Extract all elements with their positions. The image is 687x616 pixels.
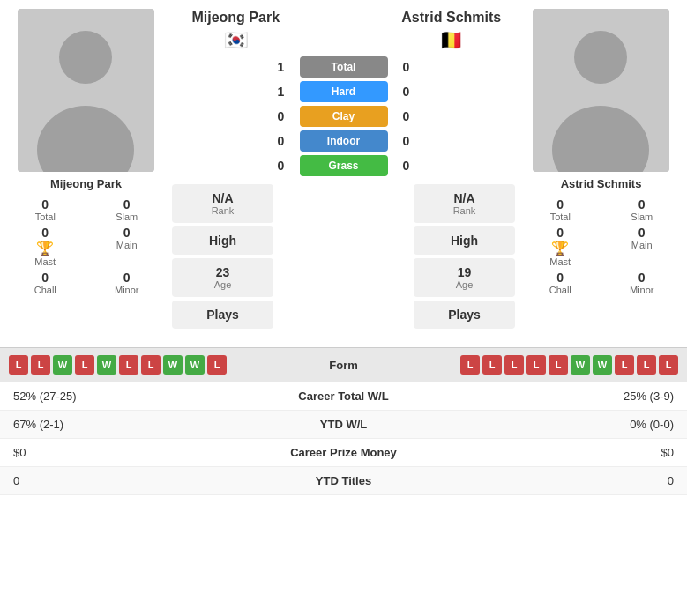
stats-right-value: 0 xyxy=(432,474,675,487)
right-player-stats: 0 Total 0 Slam 0 🏆 Mast 0 Main 0 xyxy=(524,197,678,295)
left-plays-val: Plays xyxy=(183,308,263,322)
left-total-lbl: Total xyxy=(35,212,56,222)
clay-court-btn[interactable]: Clay xyxy=(300,106,388,127)
left-minor-stat: 0 Minor xyxy=(91,271,164,295)
left-mast-lbl: Mast xyxy=(34,256,56,267)
hard-court-btn[interactable]: Hard xyxy=(300,81,388,102)
left-form-badges: LLWLWLLWWL xyxy=(9,355,227,375)
right-high-val: High xyxy=(424,234,504,248)
form-badge: W xyxy=(163,355,183,375)
form-badge: L xyxy=(75,355,94,375)
right-age-lbl: Age xyxy=(424,279,504,290)
left-player-column: Mijeong Park 0 Total 0 Slam 0 🏆 Mast 0 xyxy=(9,9,163,329)
form-badge: L xyxy=(504,355,524,375)
scores-courts-area: 1 Total 0 1 Hard 0 0 Clay 0 0 Indoor xyxy=(163,56,524,180)
left-main-lbl: Main xyxy=(116,240,138,250)
grass-court-btn[interactable]: Grass xyxy=(300,155,388,176)
left-rank-val: N/A xyxy=(183,191,263,205)
grass-court-row: 0 Grass 0 xyxy=(163,155,524,176)
left-player-name: Mijeong Park xyxy=(50,177,122,190)
right-main-val: 0 xyxy=(638,226,646,240)
form-badge: L xyxy=(31,355,50,375)
left-minor-lbl: Minor xyxy=(115,285,139,295)
right-plays-val: Plays xyxy=(424,308,504,322)
left-main-val: 0 xyxy=(123,226,131,240)
stats-row: 67% (2-1)YTD W/L0% (0-0) xyxy=(0,411,687,439)
form-badge: L xyxy=(141,355,161,375)
left-flag: 🇰🇷 xyxy=(224,29,248,52)
left-age-box: 23 Age xyxy=(172,258,273,297)
left-rank-box: N/A Rank xyxy=(172,184,273,223)
right-total-lbl: Total xyxy=(550,212,571,222)
total-score-right: 0 xyxy=(393,60,420,74)
right-rank-lbl: Rank xyxy=(424,205,504,216)
right-age-val: 19 xyxy=(424,265,504,279)
right-slam-stat: 0 Slam xyxy=(606,197,679,222)
left-mast-stat: 0 🏆 Mast xyxy=(9,226,82,267)
form-badge: L xyxy=(526,355,546,375)
right-header-name: Astrid Schmits xyxy=(401,9,501,26)
indoor-score-left: 0 xyxy=(268,134,295,148)
right-total-stat: 0 Total xyxy=(524,197,597,222)
form-badge: L xyxy=(9,355,28,375)
form-badge: L xyxy=(637,355,656,375)
stats-center-label: YTD W/L xyxy=(256,418,432,431)
right-mast-val: 0 xyxy=(556,226,564,240)
hard-score-left: 1 xyxy=(268,85,295,99)
stats-center-label: Career Prize Money xyxy=(256,446,432,459)
left-age-lbl: Age xyxy=(183,279,263,290)
form-badge: W xyxy=(97,355,116,375)
stats-left-value: 67% (2-1) xyxy=(13,418,256,431)
left-mast-val: 0 xyxy=(41,226,49,240)
right-main-lbl: Main xyxy=(631,240,653,250)
left-slam-lbl: Slam xyxy=(116,212,138,222)
left-player-photo xyxy=(18,9,154,172)
left-plays-box: Plays xyxy=(172,301,273,329)
stats-left-value: 0 xyxy=(13,474,256,487)
form-section: LLWLWLLWWL Form LLLLLWWLLL xyxy=(0,347,687,382)
left-trophy-icon: 🏆 xyxy=(36,240,54,256)
right-rank-box: N/A Rank xyxy=(414,184,515,223)
bottom-info-row: N/A Rank N/A Rank xyxy=(163,184,524,223)
left-player-stats: 0 Total 0 Slam 0 🏆 Mast 0 Main 0 xyxy=(9,197,163,295)
clay-score-right: 0 xyxy=(393,109,420,123)
left-high-box: High xyxy=(172,226,273,255)
left-slam-stat: 0 Slam xyxy=(91,197,164,222)
total-label: Total xyxy=(300,56,388,78)
indoor-court-btn[interactable]: Indoor xyxy=(300,130,388,152)
right-high-box: High xyxy=(414,226,515,255)
left-rank-lbl: Rank xyxy=(183,205,263,216)
left-header-name: Mijeong Park xyxy=(191,9,280,26)
stats-center-label: YTD Titles xyxy=(256,474,432,487)
indoor-court-row: 0 Indoor 0 xyxy=(163,130,524,152)
stats-right-value: $0 xyxy=(432,446,675,459)
stats-container: 52% (27-25)Career Total W/L25% (3-9)67% … xyxy=(0,382,687,495)
player-comparison-area: Mijeong Park 0 Total 0 Slam 0 🏆 Mast 0 xyxy=(0,0,687,338)
form-badge: W xyxy=(185,355,205,375)
left-minor-val: 0 xyxy=(123,271,131,285)
stats-right-value: 25% (3-9) xyxy=(432,390,675,403)
right-minor-stat: 0 Minor xyxy=(606,271,679,295)
right-player-name: Astrid Schmits xyxy=(561,177,642,190)
right-rank-val: N/A xyxy=(424,191,504,205)
right-chall-stat: 0 Chall xyxy=(524,271,597,295)
stats-center-label: Career Total W/L xyxy=(256,390,432,403)
total-row: 1 Total 0 xyxy=(163,56,524,78)
indoor-score-right: 0 xyxy=(393,134,420,148)
right-form-badges: LLLLLWWLLL xyxy=(460,355,678,375)
right-slam-val: 0 xyxy=(638,197,646,212)
stats-right-value: 0% (0-0) xyxy=(432,418,675,431)
form-badge: W xyxy=(53,355,72,375)
left-slam-val: 0 xyxy=(123,197,131,212)
form-label: Form xyxy=(300,359,388,372)
stats-row: 0YTD Titles0 xyxy=(0,467,687,495)
stats-row: $0Career Prize Money$0 xyxy=(0,439,687,467)
left-chall-stat: 0 Chall xyxy=(9,271,82,295)
right-player-column: Astrid Schmits 0 Total 0 Slam 0 🏆 Mast 0 xyxy=(524,9,678,329)
form-badge: L xyxy=(207,355,227,375)
player-names-row: Mijeong Park 🇰🇷 Astrid Schmits 🇧🇪 xyxy=(163,9,524,52)
center-column: Mijeong Park 🇰🇷 Astrid Schmits 🇧🇪 1 Tota… xyxy=(163,9,524,329)
right-name-flag: Astrid Schmits 🇧🇪 xyxy=(388,9,516,52)
right-age-box: 19 Age xyxy=(414,258,515,297)
main-wrapper: Mijeong Park 0 Total 0 Slam 0 🏆 Mast 0 xyxy=(0,0,687,495)
